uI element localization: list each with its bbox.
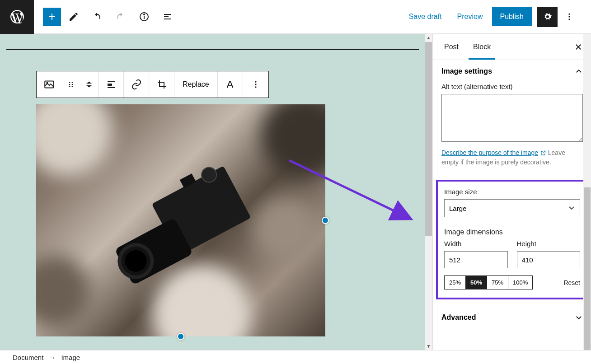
redo-icon [115,11,126,22]
svg-point-7 [47,82,48,84]
alt-text-label: Alt text (alternative text) [441,83,583,90]
edit-mode-button[interactable] [63,6,84,28]
svg-point-9 [72,82,73,83]
align-icon [106,79,117,90]
editor-canvas[interactable]: Replace A [0,34,433,350]
info-button[interactable] [133,6,155,28]
svg-point-13 [72,86,73,87]
drag-icon [67,80,75,89]
text-button[interactable]: A [218,71,243,98]
breadcrumb-separator: → [49,354,56,361]
svg-point-18 [255,84,256,85]
external-link-icon [540,150,546,156]
svg-point-2 [144,14,145,15]
image-block[interactable] [36,104,325,336]
svg-rect-16 [108,87,115,88]
wordpress-logo[interactable] [0,0,34,34]
alt-text-input[interactable] [441,94,583,142]
reset-button[interactable]: Reset [563,279,580,286]
gear-icon [542,11,553,22]
redo-button[interactable] [110,6,131,28]
svg-point-3 [568,14,570,15]
replace-button[interactable]: Replace [174,71,218,98]
breadcrumb-document[interactable]: Document [13,354,43,361]
topbar-right-tools: Save draft Preview Publish [403,7,591,27]
sidebar-scrollbar-thumb[interactable] [584,187,591,350]
settings-sidebar: Post Block Image settings Alt text (alte… [433,34,591,350]
add-block-button[interactable] [43,8,61,26]
more-vertical-icon [565,12,574,21]
topbar-left-tools [34,6,178,28]
crop-icon [156,79,167,90]
chevron-up-icon [575,67,583,75]
preview-button[interactable]: Preview [451,8,489,25]
svg-point-10 [69,84,70,85]
publish-button[interactable]: Publish [492,7,532,26]
alt-text-help: Describe the purpose of the image Leave … [441,148,583,167]
advanced-panel-header[interactable]: Advanced [433,306,591,329]
scroll-down-icon[interactable]: ▼ [425,342,432,350]
percent-50-button[interactable]: 50% [466,276,487,289]
breadcrumb-image[interactable]: Image [61,354,80,361]
image-dimensions-label: Image dimensions [444,228,580,236]
info-icon [139,11,150,22]
width-input[interactable] [444,251,508,268]
svg-point-17 [255,81,256,83]
crop-button[interactable] [149,71,174,98]
chevron-up-icon [85,80,93,84]
more-options-button[interactable] [560,7,578,27]
svg-point-5 [568,19,570,20]
block-toolbar: Replace A [36,71,269,98]
undo-icon [92,11,103,22]
percent-25-button[interactable]: 25% [445,276,466,289]
image-content [36,104,325,336]
svg-point-4 [568,16,570,17]
block-type-button[interactable] [37,71,62,98]
save-draft-button[interactable]: Save draft [403,8,448,25]
image-size-select[interactable]: Large [444,199,580,217]
list-view-icon [162,11,173,22]
undo-button[interactable] [86,6,108,28]
resize-handle-right[interactable] [322,217,329,224]
link-button[interactable] [124,71,149,98]
tab-post[interactable]: Post [437,35,466,59]
canvas-scrollbar[interactable]: ▲ ▼ [425,34,432,350]
percent-button-group: 25% 50% 75% 100% [444,275,533,289]
editor-main: Replace A [0,34,591,350]
sidebar-scrollbar[interactable] [583,34,591,350]
move-buttons[interactable] [80,71,98,98]
link-icon [131,79,142,90]
alt-text-section: Alt text (alternative text) Describe the… [433,83,591,175]
sidebar-body: Image settings Alt text (alternative tex… [433,60,591,350]
chevron-down-icon [85,84,93,89]
advanced-panel: Advanced [433,306,591,329]
svg-point-8 [69,82,70,83]
height-label: Height [517,240,581,247]
block-breadcrumb: Document → Image [0,350,591,364]
pencil-icon [68,11,79,22]
scroll-up-icon[interactable]: ▲ [425,34,432,42]
drag-handle[interactable] [62,71,80,98]
align-button[interactable] [98,71,124,98]
tab-block[interactable]: Block [466,35,498,59]
scrollbar-thumb[interactable] [425,42,432,236]
annotation-highlight-box: Image size Large Image dimensions Width … [436,180,588,299]
image-settings-title: Image settings [441,67,492,75]
block-more-button[interactable] [243,71,268,98]
editor-topbar: Save draft Preview Publish [0,0,591,34]
more-vertical-icon [251,80,260,89]
chevron-down-icon [575,313,583,322]
image-settings-panel-header[interactable]: Image settings [433,60,591,83]
separator-block[interactable] [6,49,419,50]
percent-75-button[interactable]: 75% [487,276,508,289]
settings-toggle-button[interactable] [537,7,558,27]
svg-rect-15 [108,84,112,86]
height-input[interactable] [517,251,581,268]
resize-handle-bottom[interactable] [177,333,184,340]
svg-point-12 [69,86,70,87]
svg-point-19 [255,86,256,88]
describe-purpose-link[interactable]: Describe the purpose of the image [441,149,538,156]
percent-100-button[interactable]: 100% [508,276,532,289]
image-size-label: Image size [444,188,580,196]
outline-button[interactable] [157,6,178,28]
